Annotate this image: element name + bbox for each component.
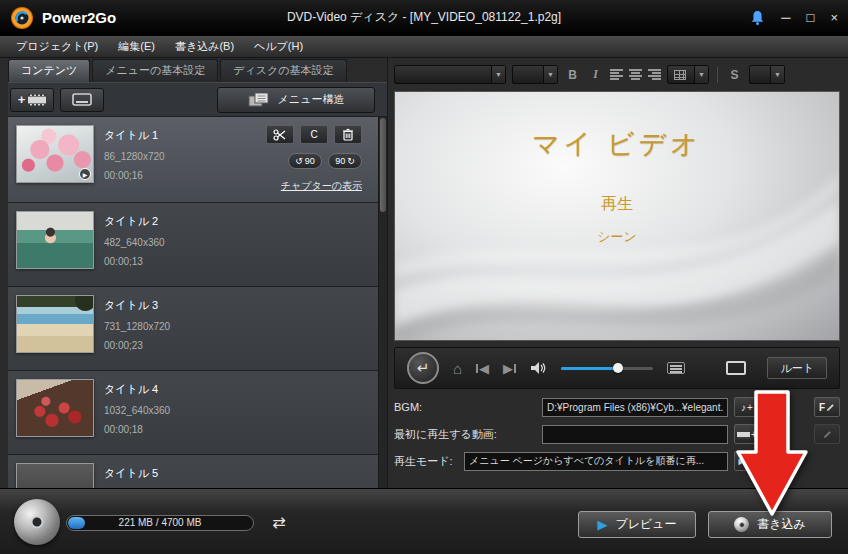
rotate-right-icon: ↻ [347, 156, 355, 166]
tab-disc-preferences[interactable]: ディスクの基本設定 [220, 59, 346, 82]
next-icon: ▶ [503, 361, 513, 376]
grid-icon [674, 70, 686, 80]
enter-button[interactable]: ↵ [407, 352, 439, 384]
power2go-window: Power2Go DVD-Video ディスク - [MY_VIDEO_0811… [0, 0, 848, 554]
play-mode-input[interactable] [464, 452, 728, 471]
play-icon: ▶ [738, 457, 744, 466]
play-mode-edit-button[interactable] [764, 451, 790, 471]
font-family-select[interactable]: ▼ [394, 65, 506, 84]
video-thumbnail-5[interactable] [16, 463, 94, 488]
scrollbar-thumb[interactable] [380, 118, 386, 212]
list-scrollbar[interactable] [378, 117, 387, 488]
volume-slider-knob[interactable] [613, 363, 623, 373]
menu-structure-label: メニュー構造 [278, 92, 345, 107]
menu-help[interactable]: ヘルプ(H) [244, 36, 313, 57]
title-actions: C [266, 125, 362, 193]
rotate-left-button[interactable]: ↺ 90 [288, 153, 322, 169]
title-item-1[interactable]: ▶ タイトル 1 86_1280x720 00:00;16 [8, 117, 378, 203]
filmstrip-icon [28, 94, 46, 106]
notification-bell-icon[interactable] [750, 10, 765, 25]
bgm-row: BGM: ♪+ ♪× F [394, 396, 840, 418]
video-thumbnail-3[interactable] [16, 295, 94, 353]
title-name: タイトル 1 [104, 128, 165, 143]
play-mode-select-button[interactable]: ▶ [734, 451, 760, 471]
next-button[interactable]: ▶ [503, 361, 516, 376]
menu-title-text[interactable]: マイ ビデオ [395, 126, 839, 162]
change-disc-button[interactable]: ⇄ [266, 509, 292, 535]
align-center-icon[interactable] [629, 69, 642, 80]
align-left-icon[interactable] [610, 69, 623, 80]
chevron-down-icon: ▼ [543, 66, 557, 83]
burn-button[interactable]: 書き込み [708, 511, 832, 538]
menubar: プロジェクト(P) 編集(E) 書き込み(B) ヘルプ(H) [0, 36, 848, 58]
menu-structure-button[interactable]: メニュー構造 [217, 87, 375, 113]
toolbar-separator [717, 67, 718, 83]
delete-button[interactable] [334, 125, 362, 144]
list-icon [746, 457, 756, 465]
capacity-meter: 221 MB / 4700 MB [66, 515, 254, 531]
menu-structure-icon [248, 92, 270, 107]
title-item-3[interactable]: タイトル 3 731_1280x720 00:00;23 [8, 287, 378, 371]
play-badge-icon[interactable]: ▶ [79, 168, 91, 180]
maximize-button[interactable]: □ [807, 11, 815, 24]
first-play-add-button[interactable]: + [734, 424, 760, 444]
bgm-input[interactable] [542, 398, 728, 417]
title-list: ▶ タイトル 1 86_1280x720 00:00;16 [8, 116, 387, 488]
align-right-icon[interactable] [648, 69, 661, 80]
home-button[interactable]: ⌂ [453, 360, 462, 377]
disc-capacity-icon [14, 499, 60, 545]
video-thumbnail-4[interactable] [16, 379, 94, 437]
video-thumbnail-1[interactable]: ▶ [16, 125, 94, 183]
filmstrip-icon [737, 430, 750, 439]
bgm-add-button[interactable]: ♪+ [734, 397, 760, 417]
menu-project[interactable]: プロジェクト(P) [6, 36, 108, 57]
text-effect-select[interactable]: ▼ [749, 65, 785, 84]
menu-scenes-item[interactable]: シーン [395, 228, 839, 246]
rotate-right-button[interactable]: 90 ↻ [328, 153, 362, 169]
preview-button[interactable]: ▶ プレビュー [578, 511, 696, 538]
close-button[interactable]: × [830, 11, 838, 24]
play-icon: ▶ [597, 517, 607, 532]
swap-icon: ⇄ [272, 513, 285, 532]
trim-button[interactable] [266, 125, 294, 144]
chapter-display-link[interactable]: チャプターの表示 [266, 179, 362, 193]
menu-burn[interactable]: 書き込み(B) [165, 36, 244, 57]
first-play-edit-button[interactable] [814, 424, 840, 444]
button-frame-select[interactable]: ▼ [667, 65, 709, 84]
chapter-edit-icon: C [310, 129, 317, 140]
add-video-button[interactable]: + [10, 88, 54, 112]
title-item-4[interactable]: タイトル 4 1032_640x360 00:00;18 [8, 371, 378, 455]
volume-slider[interactable] [561, 362, 653, 374]
left-tabs: コンテンツ メニューの基本設定 ディスクの基本設定 [8, 61, 387, 82]
tab-menu-preferences[interactable]: メニューの基本設定 [92, 59, 218, 82]
bgm-label: BGM: [394, 401, 542, 413]
title-list-button[interactable] [667, 362, 685, 374]
menu-edit[interactable]: 編集(E) [108, 36, 165, 57]
capacity-text: 221 MB / 4700 MB [67, 516, 253, 530]
italic-button[interactable]: I [587, 67, 604, 82]
font-size-select[interactable]: ▼ [512, 65, 558, 84]
bgm-remove-button[interactable]: ♪× [764, 397, 790, 417]
content-toolbar: + [8, 82, 387, 116]
bgm-edit-button[interactable]: F [814, 397, 840, 417]
menu-play-item[interactable]: 再生 [395, 194, 839, 215]
first-play-input[interactable] [542, 425, 728, 444]
minimize-button[interactable]: ─ [781, 11, 790, 24]
edit-chapters-button[interactable]: C [300, 125, 328, 144]
shadow-button[interactable]: S [726, 68, 743, 82]
bold-button[interactable]: B [564, 68, 581, 82]
chevron-down-icon: ▼ [770, 66, 784, 83]
dvd-menu-preview[interactable]: マイ ビデオ 再生 シーン [394, 91, 840, 341]
title-item-2[interactable]: タイトル 2 482_640x360 00:00;13 [8, 203, 378, 287]
enter-arrow-icon: ↵ [417, 359, 430, 377]
title-name: タイトル 5 [104, 466, 158, 481]
video-thumbnail-2[interactable] [16, 211, 94, 269]
tab-contents[interactable]: コンテンツ [8, 59, 90, 82]
previous-button[interactable]: ◀ [476, 361, 489, 376]
fullscreen-button[interactable] [719, 356, 753, 380]
root-menu-button[interactable]: ルート [767, 357, 827, 379]
rotate-left-icon: ↺ [295, 156, 303, 166]
volume-icon[interactable] [530, 361, 547, 375]
title-item-5[interactable]: タイトル 5 [8, 455, 378, 488]
disc-menu-toggle-button[interactable] [60, 88, 104, 112]
